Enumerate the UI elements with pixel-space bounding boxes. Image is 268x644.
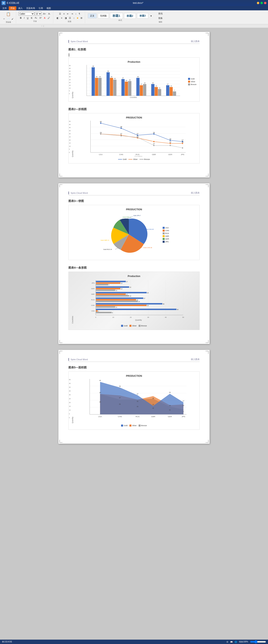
legend-gold-label-1: Gold xyxy=(191,78,194,80)
legend-gbr: GBR xyxy=(163,235,169,237)
italic-button[interactable]: I xyxy=(23,16,25,20)
menu-insert[interactable]: 插入 xyxy=(17,6,24,10)
align-left-button[interactable]: ◧ xyxy=(56,16,60,20)
chart5-section: 图表5—面积图 PRODUCTION Quantity 0 5 10 15 20 xyxy=(68,366,200,430)
numbered-list-button[interactable]: ≡ xyxy=(62,12,66,16)
svg-text:JPN: JPN xyxy=(181,154,184,156)
insert-chart-link-1[interactable]: 插入图表 xyxy=(191,40,200,43)
replace-button[interactable]: 替换 xyxy=(157,16,164,20)
svg-text:0: 0 xyxy=(95,316,96,318)
bullet-list-button[interactable]: ☰ xyxy=(58,12,62,16)
pie-wrapper: Gold USA 46 Gold CHN 38 Gold RUS 24 Gold… xyxy=(99,212,159,257)
svg-rect-145 xyxy=(96,298,143,299)
svg-rect-42 xyxy=(166,85,169,96)
svg-text:30: 30 xyxy=(147,316,149,318)
underline-button[interactable]: U xyxy=(26,16,29,20)
copy-button[interactable]: 📄 xyxy=(6,17,10,20)
corner-tl xyxy=(59,33,62,36)
svg-text:Gold RUS 24: Gold RUS 24 xyxy=(103,248,112,250)
svg-rect-163 xyxy=(96,312,112,313)
legend-silver-line: Silver xyxy=(129,158,137,160)
font-size-select[interactable]: 10 xyxy=(35,12,42,16)
chart3-inner: Gold USA 46 Gold CHN 38 Gold RUS 24 Gold… xyxy=(72,212,196,257)
styles-section: 正文 无间隔 标题1 标题2 标题3 ▼ 样式 xyxy=(86,11,155,24)
svg-text:19: 19 xyxy=(152,82,154,84)
justify-button[interactable]: ☰ xyxy=(68,16,72,20)
menu-home[interactable]: 开始 xyxy=(9,6,16,10)
show-marks-button[interactable]: ¶ xyxy=(78,12,81,16)
svg-rect-36 xyxy=(151,84,154,96)
svg-text:7: 7 xyxy=(174,90,175,91)
heading2-button[interactable]: 标题2 xyxy=(124,13,136,19)
svg-text:GER: GER xyxy=(168,154,172,156)
shading-button[interactable]: ■ xyxy=(76,16,79,20)
corner-br xyxy=(206,174,209,176)
svg-rect-14 xyxy=(95,78,98,96)
no-space-style[interactable]: 无间隔 xyxy=(98,13,109,18)
normal-style-button[interactable]: 正文 xyxy=(88,13,97,18)
font-color-button[interactable]: A xyxy=(43,16,46,20)
chart2-box: PRODUCTION Quantity 0 5 10 15 20 25 3 xyxy=(68,113,200,164)
heading3-button[interactable]: 标题3 xyxy=(137,13,148,18)
legend-silver-box-5 xyxy=(130,424,132,426)
title-bar-left: W E-ICEBLUE xyxy=(1,1,19,5)
legend-silver-label-4: Silver xyxy=(132,325,136,327)
menu-file[interactable]: 文件 xyxy=(1,6,8,10)
menu-view[interactable]: 视图 xyxy=(45,6,52,10)
align-center-button[interactable]: ≡ xyxy=(60,16,63,20)
page-count: 第1页共3页 xyxy=(2,640,12,643)
decrease-indent-button[interactable]: ⇤ xyxy=(66,12,70,16)
svg-text:26: 26 xyxy=(114,78,116,79)
close-button[interactable] xyxy=(264,2,267,4)
legend-gold-label-4: Gold xyxy=(124,325,128,327)
zoom-level: 缩放100% xyxy=(239,640,248,643)
font-size-up[interactable]: A+ xyxy=(42,12,47,16)
svg-text:14: 14 xyxy=(182,405,184,406)
window-controls[interactable] xyxy=(257,2,267,4)
cut-button[interactable]: ✂ xyxy=(2,17,6,20)
chart1-cursor xyxy=(68,53,200,56)
increase-indent-button[interactable]: ⇥ xyxy=(70,12,74,16)
sort-button[interactable]: ↕ xyxy=(74,12,78,16)
svg-text:27: 27 xyxy=(144,298,145,299)
styles-dropdown[interactable]: ▼ xyxy=(149,14,153,18)
find-button[interactable]: 查找 xyxy=(157,12,164,16)
minimize-button[interactable] xyxy=(257,2,259,4)
svg-text:23: 23 xyxy=(126,80,127,81)
paste-button[interactable]: 📋 xyxy=(5,11,11,17)
menu-layout[interactable]: 页面布局 xyxy=(25,6,37,10)
superscript-button[interactable]: X² xyxy=(38,16,43,20)
brand-bar-icon xyxy=(68,40,69,43)
maximize-button[interactable] xyxy=(261,2,263,4)
chart5-inner: Quantity 0 5 10 15 20 25 30 35 40 xyxy=(72,379,196,423)
svg-text:1: 1 xyxy=(98,310,99,312)
font-family-select[interactable]: Calibri xyxy=(18,12,34,16)
layout-view-button[interactable]: ☰ xyxy=(226,641,228,643)
menu-references[interactable]: 引用 xyxy=(37,6,44,10)
web-view-button[interactable]: 🌐 xyxy=(235,641,237,643)
svg-text:38: 38 xyxy=(107,70,109,72)
font-size-down[interactable]: A- xyxy=(47,12,51,16)
highlight-button[interactable]: 🖊 xyxy=(47,16,51,20)
legend-usa-label: USA xyxy=(165,227,169,229)
svg-text:29: 29 xyxy=(137,76,139,78)
insert-chart-link-3[interactable]: 插入图表 xyxy=(191,358,200,361)
chart4-title: 图表4—条形图 xyxy=(68,266,200,270)
legend-silver-box-4 xyxy=(130,325,132,327)
insert-chart-link-2[interactable]: 插入图表 xyxy=(191,191,200,194)
subscript-button[interactable]: X₂ xyxy=(34,16,38,20)
header-brand-3: Spire.Cloud Word xyxy=(68,358,88,361)
zoom-slider[interactable] xyxy=(250,640,266,644)
align-right-button[interactable]: ◨ xyxy=(64,16,68,20)
border-button[interactable]: ⊞ xyxy=(80,16,83,20)
svg-text:24: 24 xyxy=(129,79,131,81)
format-painter-button[interactable]: 🖌 xyxy=(10,17,14,20)
svg-text:17: 17 xyxy=(182,400,184,402)
svg-text:USA: USA xyxy=(91,310,95,312)
read-view-button[interactable]: 📖 xyxy=(230,641,233,643)
heading1-button[interactable]: 标题1 xyxy=(110,13,123,19)
chart5-svg: 46 38 27 12 29 17 29 27 21 26 xyxy=(75,379,196,423)
strikethrough-button[interactable]: S xyxy=(30,16,33,20)
bold-button[interactable]: B xyxy=(19,16,22,20)
line-spacing-button[interactable]: ↕ xyxy=(72,16,76,20)
